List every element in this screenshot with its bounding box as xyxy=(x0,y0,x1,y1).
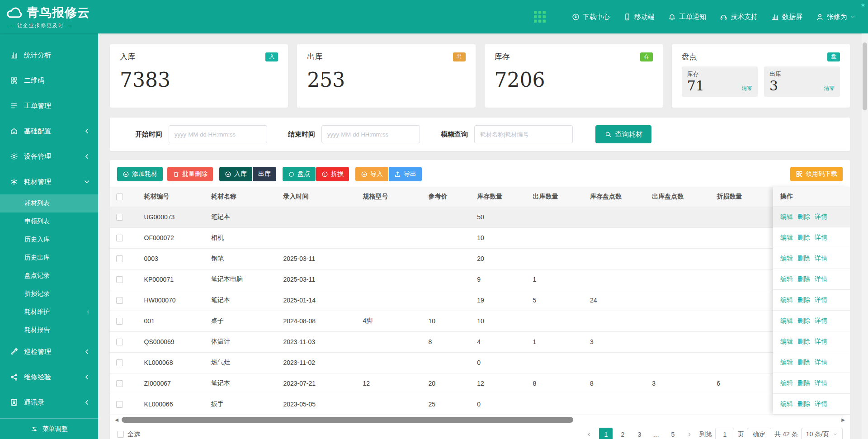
sidebar-item-consumable-mgmt[interactable]: 耗材管理 xyxy=(0,169,98,194)
page-button-1[interactable]: 1 xyxy=(599,428,613,439)
damage-button[interactable]: 折损 xyxy=(316,167,349,181)
table-row[interactable]: HW000070笔记本2025-01-1419524张修为办 xyxy=(110,290,850,311)
horizontal-scrollbar[interactable]: ◀ ▶ xyxy=(113,416,846,424)
clear-to-zero-link[interactable]: 清零 xyxy=(741,85,752,94)
scrollbar-thumb[interactable] xyxy=(122,417,573,423)
nav-data-screen[interactable]: 数据屏 xyxy=(771,13,802,21)
row-checkbox[interactable] xyxy=(116,297,123,304)
action-edit-link[interactable]: 编辑 xyxy=(780,234,793,242)
action-delete-link[interactable]: 删除 xyxy=(797,359,810,367)
table-row[interactable]: OF000072相机10张修为电 xyxy=(110,227,850,248)
nav-tech-support[interactable]: 技术支持 xyxy=(720,13,758,21)
table-row[interactable]: KL000066扳手2023-05-05250张修为维 xyxy=(110,394,850,415)
filter-input-start-time[interactable] xyxy=(169,125,267,143)
filter-input-end-time[interactable] xyxy=(321,125,420,143)
sidebar-item-apply-list[interactable]: 申领列表 xyxy=(0,212,98,231)
row-checkbox[interactable] xyxy=(116,318,123,325)
action-detail-link[interactable]: 详情 xyxy=(815,255,827,263)
inventory-check-button[interactable]: 盘点 xyxy=(283,167,316,181)
action-delete-link[interactable]: 删除 xyxy=(797,379,810,387)
action-edit-link[interactable]: 编辑 xyxy=(780,338,793,346)
table-row[interactable]: 001桌子2024-08-084脚1010张修为办 xyxy=(110,311,850,331)
row-checkbox[interactable] xyxy=(116,359,123,366)
page-button-5[interactable]: 5 xyxy=(666,428,679,439)
search-consumables-button[interactable]: 查询耗材 xyxy=(595,125,651,143)
action-delete-link[interactable]: 删除 xyxy=(797,275,810,283)
vertical-scrollbar[interactable] xyxy=(862,33,868,439)
scrollbar-track[interactable] xyxy=(122,417,838,423)
table-row[interactable]: KL000068燃气灶2023-11-020张贵红厨 xyxy=(110,352,850,373)
batch-delete-button[interactable]: 批量删除 xyxy=(167,167,213,181)
page-size-select[interactable]: 10 条/页 xyxy=(801,428,843,439)
inbound-button[interactable]: 入库 xyxy=(219,167,252,181)
row-checkbox[interactable] xyxy=(116,276,123,283)
action-detail-link[interactable]: 详情 xyxy=(815,359,827,367)
apps-grid-icon[interactable] xyxy=(534,11,546,23)
sidebar-item-inspection-mgmt[interactable]: 巡检管理 xyxy=(0,339,98,364)
scroll-left-arrow-icon[interactable]: ◀ xyxy=(113,417,120,422)
sidebar-item-consumable-list[interactable]: 耗材列表 xyxy=(0,194,98,212)
action-delete-link[interactable]: 删除 xyxy=(797,234,810,242)
action-delete-link[interactable]: 删除 xyxy=(797,317,810,325)
export-button[interactable]: 导出 xyxy=(389,167,422,181)
action-delete-link[interactable]: 删除 xyxy=(797,338,810,346)
table-row[interactable]: KP000071笔记本电脑2025-03-1191张修为办 xyxy=(110,269,850,290)
action-edit-link[interactable]: 编辑 xyxy=(780,275,793,283)
sidebar-item-repair-experience[interactable]: 维修经验 xyxy=(0,364,98,390)
scroll-right-arrow-icon[interactable]: ▶ xyxy=(840,417,846,422)
goto-page-input[interactable] xyxy=(715,428,734,439)
table-row[interactable]: 0003钢笔2025-03-1120张修为办 xyxy=(110,248,850,269)
prev-page-button[interactable] xyxy=(582,428,596,439)
action-delete-link[interactable]: 删除 xyxy=(797,296,810,304)
sidebar-item-contacts[interactable]: 通讯录 xyxy=(0,390,98,415)
action-delete-link[interactable]: 删除 xyxy=(797,400,810,408)
action-detail-link[interactable]: 详情 xyxy=(815,400,827,408)
action-detail-link[interactable]: 详情 xyxy=(815,317,827,325)
clear-to-zero-link[interactable]: 清零 xyxy=(824,85,835,94)
row-checkbox[interactable] xyxy=(116,235,123,241)
action-delete-link[interactable]: 删除 xyxy=(797,255,810,263)
next-page-button[interactable] xyxy=(683,428,696,439)
nav-mobile[interactable]: 移动端 xyxy=(623,13,655,21)
add-consumable-button[interactable]: 添加耗材 xyxy=(117,167,163,181)
goto-confirm-button[interactable]: 确定 xyxy=(747,428,771,439)
sidebar-item-consumable-maintain[interactable]: 耗材维护 xyxy=(0,303,98,321)
vertical-scrollbar-thumb[interactable] xyxy=(863,42,867,110)
sidebar-item-workorder-mgmt[interactable]: 工单管理 xyxy=(0,93,98,118)
table-row[interactable]: UG000073笔记本50张修为电 xyxy=(110,207,850,227)
action-edit-link[interactable]: 编辑 xyxy=(780,255,793,263)
action-edit-link[interactable]: 编辑 xyxy=(780,359,793,367)
sidebar-item-stats-analysis[interactable]: 统计分析 xyxy=(0,42,98,68)
sidebar-item-inventory-records[interactable]: 盘点记录 xyxy=(0,267,98,285)
select-all-footer-checkbox[interactable] xyxy=(117,431,124,438)
nav-user[interactable]: 张修为 xyxy=(816,13,855,21)
menu-adjust-button[interactable]: 菜单调整 xyxy=(0,418,98,439)
action-edit-link[interactable]: 编辑 xyxy=(780,213,793,221)
sidebar-item-qrcode[interactable]: 二维码 xyxy=(0,68,98,93)
outbound-button[interactable]: 出库 xyxy=(253,167,276,181)
action-detail-link[interactable]: 详情 xyxy=(815,275,827,283)
table-row[interactable]: ZI000067笔记本2023-07-211220128836张修为办 xyxy=(110,373,850,394)
table-row[interactable]: QS000069体温计2023-11-038413张贵红医 xyxy=(110,331,850,352)
page-button-3[interactable]: 3 xyxy=(632,428,646,439)
action-detail-link[interactable]: 详情 xyxy=(815,213,827,221)
sidebar-item-history-inbound[interactable]: 历史入库 xyxy=(0,231,98,249)
row-checkbox[interactable] xyxy=(116,214,123,221)
action-detail-link[interactable]: 详情 xyxy=(815,234,827,242)
filter-input-fuzzy-query[interactable] xyxy=(474,125,573,143)
page-button-2[interactable]: 2 xyxy=(616,428,629,439)
row-checkbox[interactable] xyxy=(116,380,123,387)
action-edit-link[interactable]: 编辑 xyxy=(780,379,793,387)
action-delete-link[interactable]: 删除 xyxy=(797,213,810,221)
action-edit-link[interactable]: 编辑 xyxy=(780,296,793,304)
row-checkbox[interactable] xyxy=(116,339,123,345)
action-detail-link[interactable]: 详情 xyxy=(815,338,827,346)
sidebar-item-device-mgmt[interactable]: 设备管理 xyxy=(0,144,98,169)
action-edit-link[interactable]: 编辑 xyxy=(780,317,793,325)
select-all-checkbox[interactable] xyxy=(116,194,123,200)
sidebar-item-damage-records[interactable]: 折损记录 xyxy=(0,285,98,303)
action-detail-link[interactable]: 详情 xyxy=(815,379,827,387)
action-detail-link[interactable]: 详情 xyxy=(815,296,827,304)
action-edit-link[interactable]: 编辑 xyxy=(780,400,793,408)
collect-code-download-button[interactable]: 领用码下载 xyxy=(790,167,843,181)
